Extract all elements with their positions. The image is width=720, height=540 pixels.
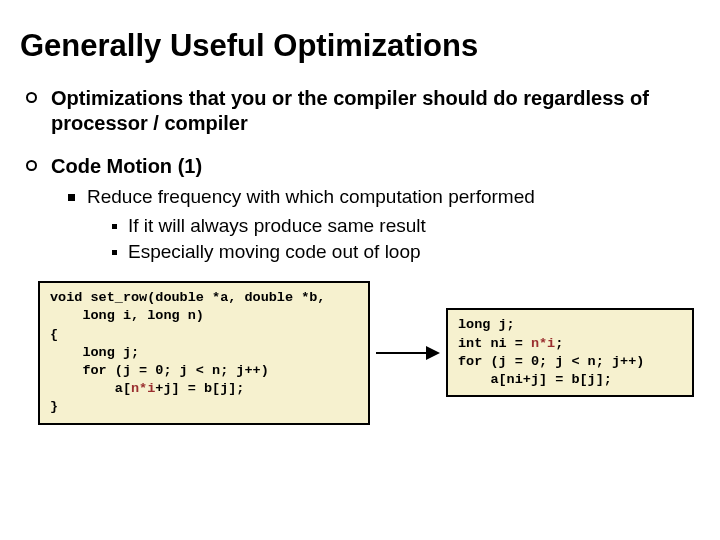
bullet-text: Code Motion (1) (51, 154, 202, 179)
sub-bullet-1: Reduce frequency with which computation … (68, 185, 700, 210)
code-line: long j; (50, 345, 139, 360)
code-line: long i, long n) (50, 308, 204, 323)
code-line-part: int ni = (458, 336, 531, 351)
sub-sub-text: If it will always produce same result (128, 214, 426, 239)
code-line: void set_row(double *a, double *b, (50, 290, 325, 305)
arrow-right-icon (370, 346, 446, 360)
circle-bullet-icon (26, 160, 37, 171)
code-box-before: void set_row(double *a, double *b, long … (38, 281, 370, 425)
slide-title: Generally Useful Optimizations (20, 28, 700, 64)
small-square-bullet-icon (112, 224, 117, 229)
code-line-part: ; (555, 336, 563, 351)
code-line: for (j = 0; j < n; j++) (458, 354, 644, 369)
code-highlight: n*i (131, 381, 155, 396)
code-box-after: long j; int ni = n*i; for (j = 0; j < n;… (446, 308, 694, 397)
sub-bullet-text: Reduce frequency with which computation … (87, 185, 535, 210)
code-line-part: +j] = b[j]; (155, 381, 244, 396)
code-line-part: a[ (50, 381, 131, 396)
code-line: { (50, 327, 58, 342)
code-line: for (j = 0; j < n; j++) (50, 363, 269, 378)
code-line: a[ni+j] = b[j]; (458, 372, 612, 387)
bullet-item-1: Optimizations that you or the compiler s… (20, 86, 700, 136)
bullet-item-2: Code Motion (1) (20, 154, 700, 179)
arrow-head (426, 346, 440, 360)
code-highlight: n*i (531, 336, 555, 351)
square-bullet-icon (68, 194, 75, 201)
code-line: } (50, 399, 58, 414)
small-square-bullet-icon (112, 250, 117, 255)
sub-sub-text: Especially moving code out of loop (128, 240, 421, 265)
bullet-text: Optimizations that you or the compiler s… (51, 86, 700, 136)
circle-bullet-icon (26, 92, 37, 103)
sub-sub-bullet-1: If it will always produce same result (112, 214, 700, 239)
sub-sub-bullet-2: Especially moving code out of loop (112, 240, 700, 265)
arrow-shaft (376, 352, 426, 355)
code-line: long j; (458, 317, 515, 332)
code-comparison-row: void set_row(double *a, double *b, long … (20, 281, 700, 425)
